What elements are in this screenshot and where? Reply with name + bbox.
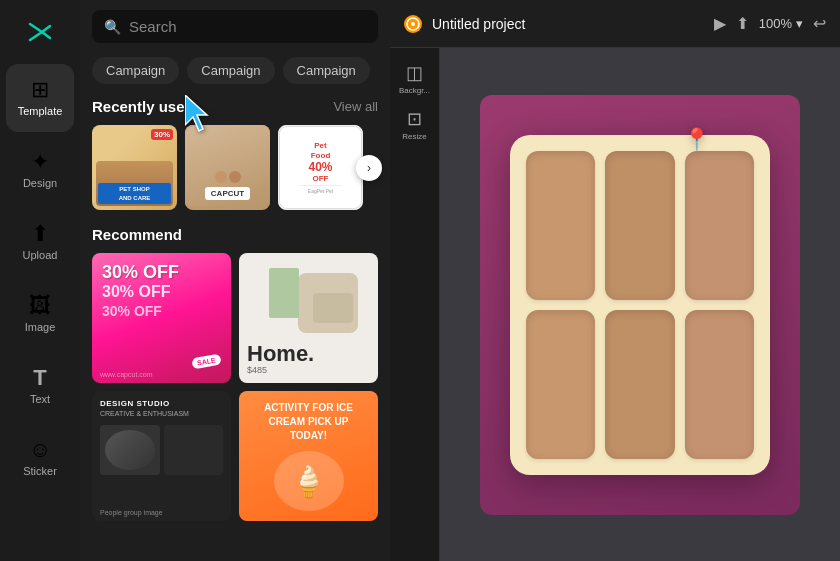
sidebar-item-label-text: Text (30, 393, 50, 405)
sidebar-item-label-upload: Upload (23, 249, 58, 261)
palette-cell-3 (685, 151, 754, 300)
palette-container: 📍 (510, 135, 770, 475)
resize-tool-label: Resize (402, 132, 426, 141)
sticker-icon: ☺ (29, 439, 51, 461)
undo-button[interactable]: ↩ (813, 14, 826, 33)
resize-icon: ⊡ (407, 108, 422, 130)
sidebar-item-design[interactable]: ✦ Design (6, 136, 74, 204)
sidebar-item-image[interactable]: 🖼 Image (6, 280, 74, 348)
campaign-tab-2[interactable]: Campaign (187, 57, 274, 84)
pet-shop-badge: 30% (151, 129, 173, 140)
recently-used-title: Recently used (92, 98, 194, 115)
resize-tool[interactable]: ⊡ Resize (395, 104, 435, 144)
campaign-tab-1[interactable]: Campaign (92, 57, 179, 84)
palette-cell-1 (526, 151, 595, 300)
play-button[interactable]: ▶ (714, 14, 726, 33)
sidebar-item-sticker[interactable]: ☺ Sticker (6, 424, 74, 492)
palette-cell-4 (526, 310, 595, 459)
svg-point-2 (411, 22, 415, 26)
sale-url: www.capcut.com (100, 371, 153, 378)
sale-badge: SALE (192, 354, 222, 370)
sidebar-item-label-design: Design (23, 177, 57, 189)
upload-icon: ⬆ (31, 223, 49, 245)
template-icon: ⊞ (31, 79, 49, 101)
palette-grid (526, 151, 754, 459)
recommend-grid: 30% OFF 30% OFF 30% OFF SALE www.capcut.… (92, 253, 378, 521)
background-tool-label: Backgr... (399, 86, 430, 95)
scroll-right-arrow[interactable]: › (356, 155, 382, 181)
template-panel: 🔍 Campaign Campaign Campaign Recently us… (80, 0, 390, 561)
background-tool[interactable]: ◫ Backgr... (395, 58, 435, 98)
view-all-button[interactable]: View all (333, 99, 378, 114)
search-bar[interactable]: 🔍 (92, 10, 378, 43)
image-icon: 🖼 (29, 295, 51, 317)
home-price-text: $485 (247, 365, 314, 375)
right-tools: ◫ Backgr... ⊡ Resize (390, 48, 440, 561)
main-area: Untitled project ▶ ⬆ 100% ▾ ↩ ◫ Backgr..… (390, 0, 840, 561)
design-icon: ✦ (31, 151, 49, 173)
template-thumb-pet-shop[interactable]: 30% PET SHOPAND CARE (92, 125, 177, 210)
canvas-area: 📍 (440, 48, 840, 561)
sidebar-item-label-sticker: Sticker (23, 465, 57, 477)
template-thumb-petfood[interactable]: PetFood 40% OFF EagPet Pet (278, 125, 363, 210)
studio-title-text: DESIGN STUDIO (100, 399, 223, 408)
sidebar-item-label-image: Image (25, 321, 56, 333)
icecream-title-text: ACTIVITY FOR ICE CREAM PICK UP TODAY! (249, 401, 368, 443)
campaign-tab-3[interactable]: Campaign (283, 57, 370, 84)
topbar-actions: ▶ ⬆ 100% ▾ ↩ (714, 14, 826, 33)
zoom-control[interactable]: 100% ▾ (759, 16, 803, 31)
zoom-chevron-icon: ▾ (796, 16, 803, 31)
zoom-level: 100% (759, 16, 792, 31)
search-icon: 🔍 (104, 19, 121, 35)
recommend-header: Recommend (92, 226, 378, 243)
template-thumb-capcut[interactable]: CAPCUT (185, 125, 270, 210)
campaign-tabs: Campaign Campaign Campaign (80, 53, 390, 94)
app-logo (18, 10, 62, 54)
background-icon: ◫ (406, 62, 423, 84)
makeup-canvas: 📍 (480, 95, 800, 515)
project-title: Untitled project (432, 16, 704, 32)
panel-scroll: Recently used View all 30% PET SHOPAND C… (80, 94, 390, 561)
search-input[interactable] (129, 18, 366, 35)
left-sidebar: ⊞ Template ✦ Design ⬆ Upload 🖼 Image T T… (0, 0, 80, 561)
palette-cell-2 (605, 151, 674, 300)
share-button[interactable]: ⬆ (736, 14, 749, 33)
sidebar-item-text[interactable]: T Text (6, 352, 74, 420)
rec-card-home[interactable]: Home. $485 (239, 253, 378, 383)
palette-cell-5 (605, 310, 674, 459)
sale-line3: 30% OFF (102, 303, 162, 319)
sidebar-item-template[interactable]: ⊞ Template (6, 64, 74, 132)
studio-sub-text: CREATIVE & ENTHUSIASM (100, 410, 223, 417)
sale-line2: 30% OFF (102, 283, 170, 301)
sidebar-item-label-template: Template (18, 105, 63, 117)
editor-topbar: Untitled project ▶ ⬆ 100% ▾ ↩ (390, 0, 840, 48)
red-pin-icon: 📍 (683, 127, 710, 153)
recently-used-header: Recently used View all (92, 98, 378, 115)
sidebar-item-upload[interactable]: ⬆ Upload (6, 208, 74, 276)
home-title-text: Home. (247, 343, 314, 365)
rec-card-studio[interactable]: DESIGN STUDIO CREATIVE & ENTHUSIASM Peop… (92, 391, 231, 521)
project-icon (404, 15, 422, 33)
editor-body: ◫ Backgr... ⊡ Resize 📍 (390, 48, 840, 561)
sale-main-text: 30% OFF (102, 263, 179, 281)
rec-card-icecream[interactable]: ACTIVITY FOR ICE CREAM PICK UP TODAY! 🍦 (239, 391, 378, 521)
recommend-title: Recommend (92, 226, 182, 243)
recently-used-row: 30% PET SHOPAND CARE CAPCUT (92, 125, 378, 210)
rec-card-sale[interactable]: 30% OFF 30% OFF 30% OFF SALE www.capcut.… (92, 253, 231, 383)
recommend-section: Recommend 30% OFF 30% OFF 30% OFF SALE w… (92, 226, 378, 521)
palette-cell-6 (685, 310, 754, 459)
text-icon: T (33, 367, 46, 389)
